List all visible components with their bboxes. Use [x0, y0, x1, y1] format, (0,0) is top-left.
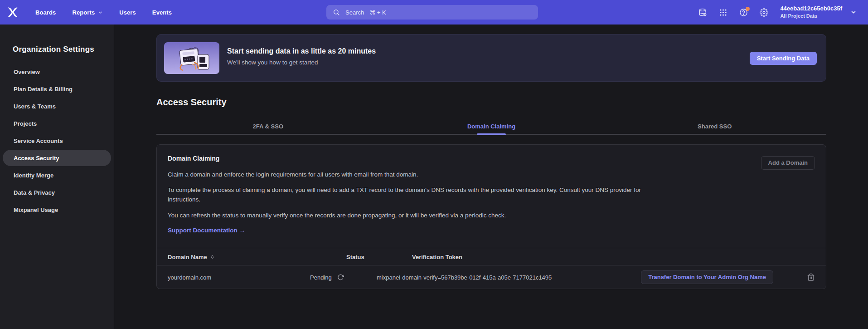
sidebar-title: Organization Settings	[13, 45, 114, 54]
org-settings-sidebar: Organization Settings Overview Plan Deta…	[0, 25, 114, 329]
banner-title: Start sending data in as little as 20 mi…	[227, 47, 376, 55]
onboarding-banner: Start sending data in as little as 20 mi…	[156, 34, 826, 82]
sidebar-item-label: Identity Merge	[14, 172, 53, 179]
apps-grid-icon[interactable]	[719, 8, 727, 17]
nav-item-users[interactable]: Users	[119, 9, 136, 16]
chevron-down-icon	[98, 10, 103, 15]
sidebar-item-label: Access Security	[14, 155, 59, 162]
tab-domain-claiming[interactable]: Domain Claiming	[380, 119, 603, 134]
tab-label: 2FA & SSO	[253, 123, 283, 130]
status-cell: Pending	[310, 274, 332, 281]
domains-table: Domain Name Status Verification Token yo…	[157, 248, 826, 289]
search-placeholder: Search	[345, 9, 364, 16]
sidebar-item-label: Overview	[14, 69, 40, 75]
org-switcher[interactable]: 44eebad12c65eb0c35f All Project Data	[780, 5, 842, 19]
sidebar-item-service-accounts[interactable]: Service Accounts	[0, 132, 114, 149]
nav-item-events-label: Events	[152, 9, 172, 16]
column-header-status: Status	[346, 253, 364, 260]
column-header-verification-token: Verification Token	[412, 253, 462, 260]
nav-links: Boards Reports Users Events	[19, 9, 172, 16]
refresh-status-icon[interactable]	[337, 274, 344, 281]
domain-claiming-card: Add a Domain Domain Claiming Claim a dom…	[156, 144, 826, 289]
sidebar-item-label: Projects	[14, 120, 37, 127]
tab-shared-sso[interactable]: Shared SSO	[603, 119, 826, 134]
start-sending-data-button[interactable]: Start Sending Data	[750, 52, 817, 65]
sidebar-item-identity-merge[interactable]: Identity Merge	[0, 167, 114, 184]
page-title: Access Security	[156, 97, 227, 108]
sidebar-items: Overview Plan Details & Billing Users & …	[0, 63, 114, 218]
domain-claiming-description-2: To complete the process of claiming a do…	[168, 185, 649, 204]
support-documentation-link[interactable]: Support Documentation →	[168, 227, 245, 234]
domain-claiming-description-3: You can refresh the status to manually v…	[168, 211, 649, 220]
tab-label: Shared SSO	[698, 123, 732, 130]
sidebar-item-label: Mixpanel Usage	[14, 206, 58, 213]
table-row: yourdomain.com Pending mixpanel-domain-v…	[157, 265, 826, 289]
search-input[interactable]: Search ⌘ + K	[326, 5, 538, 20]
top-navigation-bar: Boards Reports Users Events Search ⌘ + K	[0, 0, 868, 25]
sidebar-item-label: Service Accounts	[14, 137, 63, 144]
sidebar-item-data-privacy[interactable]: Data & Privacy	[0, 184, 114, 201]
column-header-domain-name: Domain Name	[168, 253, 215, 260]
column-header-label: Verification Token	[412, 253, 462, 260]
delete-domain-trash-icon[interactable]	[807, 273, 815, 281]
nav-item-users-label: Users	[119, 9, 136, 16]
banner-subtitle: We'll show you how to get started	[227, 59, 318, 66]
verification-token-cell: mixpanel-domain-verify=567b39be-012f-415…	[377, 274, 552, 281]
access-security-tabs: 2FA & SSO Domain Claiming Shared SSO	[156, 119, 826, 135]
transfer-domain-button[interactable]: Transfer Domain to Your Admin Org Name	[641, 270, 773, 284]
domain-name-cell: yourdomain.com	[168, 274, 211, 281]
sidebar-item-label: Users & Teams	[14, 103, 56, 110]
sidebar-item-label: Data & Privacy	[14, 189, 55, 196]
nav-item-events[interactable]: Events	[152, 9, 172, 16]
tab-2fa-sso[interactable]: 2FA & SSO	[156, 119, 380, 134]
nav-right-cluster: 44eebad12c65eb0c35f All Project Data	[698, 0, 857, 25]
nav-item-boards-label: Boards	[35, 9, 56, 16]
tab-label: Domain Claiming	[467, 123, 515, 130]
domain-claiming-description-1: Claim a domain and enforce the login req…	[168, 170, 649, 179]
sort-icon[interactable]	[210, 254, 215, 259]
column-header-label: Status	[346, 253, 364, 260]
sidebar-item-plan-details-billing[interactable]: Plan Details & Billing	[0, 80, 114, 98]
column-header-label: Domain Name	[168, 253, 207, 260]
help-icon[interactable]	[739, 8, 748, 17]
sidebar-item-label: Plan Details & Billing	[14, 86, 73, 93]
org-id-label: 44eebad12c65eb0c35f	[780, 5, 842, 13]
nav-item-boards[interactable]: Boards	[35, 9, 56, 16]
org-scope-label: All Project Data	[780, 13, 842, 19]
sidebar-item-mixpanel-usage[interactable]: Mixpanel Usage	[0, 201, 114, 218]
search-icon	[333, 9, 340, 16]
sidebar-item-users-teams[interactable]: Users & Teams	[0, 98, 114, 115]
org-chevron-down-icon[interactable]	[850, 9, 857, 15]
nav-item-reports[interactable]: Reports	[72, 9, 103, 16]
data-management-icon[interactable]	[698, 8, 707, 17]
card-title: Domain Claiming	[168, 155, 815, 162]
add-domain-button[interactable]: Add a Domain	[761, 156, 815, 170]
nav-item-reports-label: Reports	[72, 9, 95, 16]
sidebar-item-projects[interactable]: Projects	[0, 115, 114, 132]
settings-gear-icon[interactable]	[760, 8, 768, 17]
mixpanel-logo-icon[interactable]	[6, 6, 19, 19]
sidebar-item-access-security[interactable]: Access Security	[0, 149, 114, 167]
domains-table-header: Domain Name Status Verification Token	[157, 248, 826, 265]
sidebar-item-overview[interactable]: Overview	[0, 63, 114, 80]
onboarding-illustration	[164, 42, 219, 74]
notification-dot	[746, 7, 750, 11]
search-shortcut-hint: ⌘ + K	[369, 9, 386, 16]
